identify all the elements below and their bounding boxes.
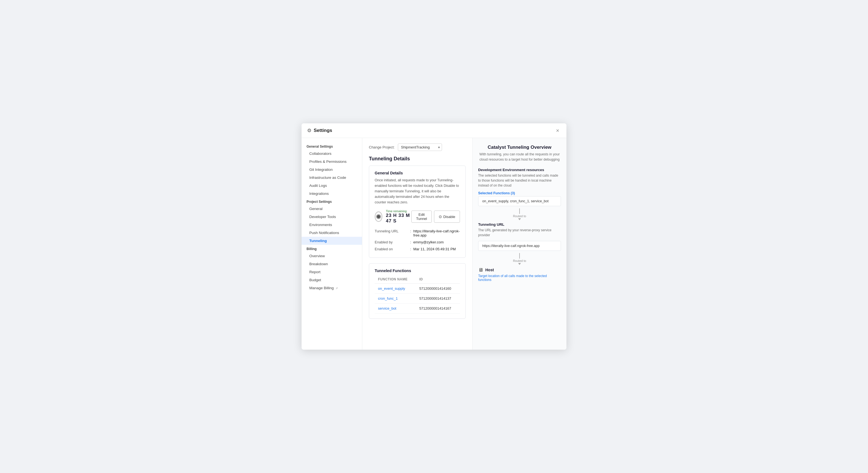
timer-info: Time remaining 23 H 33 M 47 S [386, 209, 411, 224]
function-row-1: cron_func_1 5712000001414137 [375, 294, 460, 303]
modal-body: General Settings Collaborators Profiles … [302, 138, 566, 350]
function-name-2[interactable]: service_bot [375, 303, 416, 314]
tunneling-details-title: Tunneling Details [369, 156, 466, 162]
detail-value-enabled-by: emmy@zylker.com [413, 239, 460, 246]
sidebar-item-audit-logs[interactable]: Audit Logs [302, 182, 362, 189]
timer-left: Time remaining 23 H 33 M 47 S [375, 209, 411, 224]
sidebar-item-collaborators[interactable]: Collaborators [302, 150, 362, 157]
detail-table: Tunneling URL : https://literally-live-c… [375, 228, 460, 253]
col-header-function-name: Function Name [375, 275, 416, 284]
sidebar-item-breakdown[interactable]: Breakdown [302, 260, 362, 268]
arrow-down-1 [518, 218, 521, 220]
tunneled-functions-card: Tunneled Functions Function Name ID on_e… [369, 263, 466, 319]
host-title: Host [485, 268, 494, 272]
close-button[interactable]: × [554, 127, 561, 134]
time-remaining-label: Time remaining [386, 209, 411, 213]
timer-row: Time remaining 23 H 33 M 47 S Edit Tunne… [375, 209, 460, 224]
disable-icon: ⊙ [439, 214, 442, 219]
sidebar-item-tunneling[interactable]: Tunneling [302, 237, 362, 245]
function-id-1: 5712000001414137 [416, 294, 460, 303]
col-header-id: ID [416, 275, 460, 284]
sidebar-item-general[interactable]: General [302, 205, 362, 213]
sidebar-item-developer-tools[interactable]: Developer Tools [302, 213, 362, 221]
rp-tunneling-url-value: https://literally-live-calf.ngrok-free.a… [478, 241, 561, 251]
host-desc: Target location of all calls made to the… [478, 274, 561, 282]
routed-to-1-label: Routed to [513, 214, 526, 218]
detail-label-enabled-on: Enabled on [375, 246, 408, 253]
project-settings-section-title: Project Settings [302, 198, 362, 205]
sidebar-item-git-integration[interactable]: Git Integration [302, 166, 362, 174]
sidebar-item-profiles-permissions[interactable]: Profiles & Permissions [302, 157, 362, 166]
function-id-2: 5712000001414167 [416, 303, 460, 314]
disable-label: Disable [443, 215, 455, 219]
sidebar-item-manage-billing[interactable]: Manage Billing ↗ [302, 284, 362, 292]
external-link-icon: ↗ [336, 287, 338, 290]
sidebar: General Settings Collaborators Profiles … [302, 138, 362, 350]
edit-tunnel-button[interactable]: Edit Tunnel [411, 211, 432, 223]
host-row: 🖥 Host [478, 267, 561, 273]
detail-row-enabled-on: Enabled on : Mar 11, 2024 05:49:31 PM [375, 246, 460, 253]
detail-label-tunneling-url: Tunneling URL [375, 228, 408, 239]
timer-buttons: Edit Tunnel ⊙ Disable [411, 211, 460, 223]
rp-title: Catalyst Tunneling Overview [478, 145, 561, 150]
right-panel: Catalyst Tunneling Overview With tunneli… [473, 138, 566, 350]
arrow-line-top-1 [519, 208, 520, 214]
sidebar-item-report[interactable]: Report [302, 268, 362, 276]
modal-title-row: ⚙ Settings [307, 127, 332, 134]
host-icon: 🖥 [478, 267, 483, 273]
disable-button[interactable]: ⊙ Disable [434, 211, 460, 223]
project-select-wrapper[interactable]: ShipmentTracking [398, 144, 442, 151]
detail-colon-2: : [408, 246, 413, 253]
function-id-0: 5712000001414160 [416, 284, 460, 294]
general-details-title: General Details [375, 171, 460, 175]
sidebar-item-push-notifications[interactable]: Push Notifications [302, 229, 362, 237]
detail-value-enabled-on: Mar 11, 2024 05:49:31 PM [413, 246, 460, 253]
function-name-1[interactable]: cron_func_1 [375, 294, 416, 303]
general-details-card: General Details Once initiated, all requ… [369, 166, 466, 258]
rp-tunneling-url-desc: The URL generated by your reverse-proxy … [478, 228, 561, 238]
detail-colon-0: : [408, 228, 413, 239]
general-settings-section-title: General Settings [302, 142, 362, 150]
project-select[interactable]: ShipmentTracking [398, 144, 442, 151]
settings-icon: ⚙ [307, 127, 311, 134]
routed-to-1-container: Routed to [478, 208, 561, 220]
sidebar-item-overview[interactable]: Overview [302, 252, 362, 260]
arrow-line-top-2 [519, 253, 520, 259]
routed-to-2-label: Routed to [513, 259, 526, 262]
detail-row-tunneling-url: Tunneling URL : https://literally-live-c… [375, 228, 460, 239]
detail-row-enabled-by: Enabled by : emmy@zylker.com [375, 239, 460, 246]
functions-table: Function Name ID on_event_supply 5712000… [375, 275, 460, 314]
rp-subtitle: With tunneling, you can route all the re… [478, 152, 561, 162]
function-row-0: on_event_supply 5712000001414160 [375, 284, 460, 294]
sidebar-item-budget[interactable]: Budget [302, 276, 362, 284]
rp-tunneling-url-section: Tunneling URL The URL generated by your … [478, 223, 561, 238]
main-content: Change Project: ShipmentTracking Tunneli… [362, 138, 566, 350]
manage-billing-label: Manage Billing [309, 286, 334, 290]
rp-tunneling-url-title: Tunneling URL [478, 223, 561, 227]
general-details-desc: Once initiated, all requests made to you… [375, 177, 460, 205]
sidebar-item-infrastructure-as-code[interactable]: Infrastructure as Code [302, 174, 362, 182]
timer-icon [375, 211, 382, 222]
arrow-down-2 [518, 263, 521, 265]
rp-dev-env-title: Development Environment resources [478, 168, 561, 172]
rp-dev-env-desc: The selected functions will be tunneled … [478, 173, 561, 188]
rp-selected-functions-label: Selected Functions (3) [478, 191, 561, 195]
sidebar-item-environments[interactable]: Environments [302, 221, 362, 229]
modal-header: ⚙ Settings × [302, 123, 566, 138]
detail-label-enabled-by: Enabled by [375, 239, 408, 246]
sidebar-item-integrations[interactable]: Integrations [302, 189, 362, 198]
function-row-2: service_bot 5712000001414167 [375, 303, 460, 314]
center-panel: Change Project: ShipmentTracking Tunneli… [362, 138, 473, 350]
functions-table-header-row: Function Name ID [375, 275, 460, 284]
function-name-0[interactable]: on_event_supply [375, 284, 416, 294]
project-row: Change Project: ShipmentTracking [369, 144, 466, 151]
project-label: Change Project: [369, 145, 395, 149]
detail-value-tunneling-url: https://literally-live-calf.ngrok-free.a… [413, 228, 460, 239]
timer-value: 23 H 33 M 47 S [386, 213, 411, 224]
modal-title: Settings [314, 128, 332, 133]
rp-selected-functions-value: on_event_supply, cron_func_1, service_bo… [478, 196, 561, 206]
routed-to-2-container: Routed to [478, 253, 561, 265]
rp-dev-env-section: Development Environment resources The se… [478, 168, 561, 188]
settings-modal: ⚙ Settings × General Settings Collaborat… [302, 123, 566, 350]
detail-colon-1: : [408, 239, 413, 246]
